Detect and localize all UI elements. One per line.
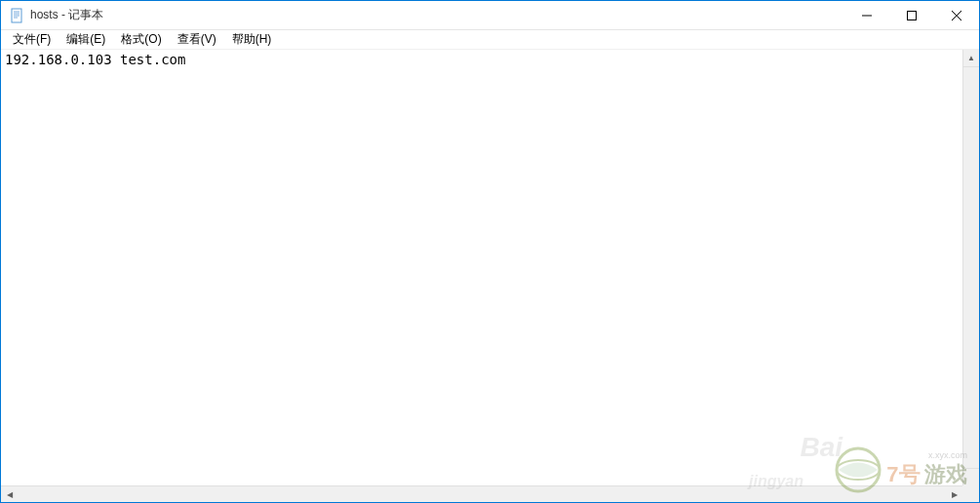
vertical-scrollbar[interactable]: ▲ ▼ bbox=[962, 50, 979, 485]
editor-area: 192.168.0.103 test.com ▲ ▼ ◀ ▶ bbox=[1, 50, 979, 502]
maximize-button[interactable] bbox=[889, 1, 934, 29]
close-button[interactable] bbox=[934, 1, 979, 29]
menu-bar: 文件(F) 编辑(E) 格式(O) 查看(V) 帮助(H) bbox=[1, 30, 979, 50]
svg-rect-6 bbox=[908, 11, 917, 19]
menu-format[interactable]: 格式(O) bbox=[113, 29, 169, 50]
menu-file[interactable]: 文件(F) bbox=[5, 29, 59, 50]
scrollbar-corner bbox=[962, 485, 979, 502]
scroll-right-icon[interactable]: ▶ bbox=[946, 486, 962, 502]
text-content[interactable]: 192.168.0.103 test.com bbox=[1, 50, 979, 502]
menu-view[interactable]: 查看(V) bbox=[170, 29, 224, 50]
scroll-left-icon[interactable]: ◀ bbox=[1, 486, 18, 502]
minimize-button[interactable] bbox=[844, 1, 889, 29]
window-title: hosts - 记事本 bbox=[30, 7, 103, 23]
title-bar: hosts - 记事本 bbox=[1, 1, 979, 30]
scroll-up-icon[interactable]: ▲ bbox=[963, 50, 979, 66]
title-bar-left: hosts - 记事本 bbox=[1, 7, 103, 23]
menu-edit[interactable]: 编辑(E) bbox=[59, 29, 113, 50]
menu-help[interactable]: 帮助(H) bbox=[224, 29, 280, 50]
notepad-icon bbox=[9, 8, 24, 23]
scroll-down-icon[interactable]: ▼ bbox=[963, 469, 979, 485]
horizontal-scrollbar[interactable]: ◀ ▶ bbox=[1, 485, 962, 502]
window-controls bbox=[844, 1, 979, 29]
